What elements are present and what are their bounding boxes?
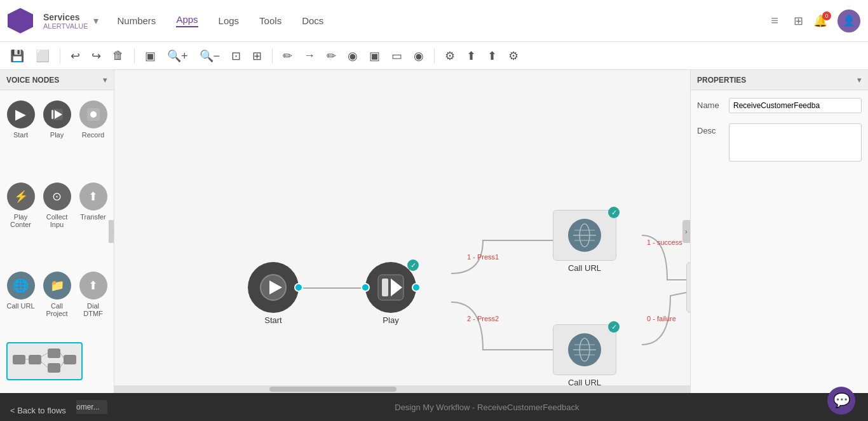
fit-button[interactable]: ⊡: [227, 46, 245, 66]
separator-4: [434, 48, 435, 64]
save-button[interactable]: 💾: [6, 46, 28, 66]
fill-button[interactable]: ◉: [344, 46, 362, 66]
zoom-out-button[interactable]: 🔍−: [196, 46, 224, 66]
redo-button[interactable]: ↪: [88, 46, 105, 66]
node-play-counter[interactable]: ⚡ Play Conter: [4, 179, 37, 266]
svg-rect-6: [29, 355, 41, 364]
nav-docs[interactable]: Docs: [302, 14, 323, 27]
voice-nodes-grid: ▶ Start Play Record ⚡: [0, 90, 114, 361]
shape2-button[interactable]: ▭: [388, 46, 406, 66]
draw-button[interactable]: ✏: [279, 46, 296, 66]
play-node-box[interactable]: ✓: [365, 262, 416, 313]
shape3-button[interactable]: ◉: [410, 46, 428, 66]
logo: [8, 8, 33, 34]
node-record[interactable]: Record: [76, 97, 110, 176]
call-url-1-box[interactable]: ✓: [553, 210, 616, 261]
left-panel: VOICE NODES ▾ ▶ Start Play: [0, 70, 114, 393]
collect-input-icon: ⊙: [43, 183, 71, 210]
grid-icon-button[interactable]: ⊞: [794, 14, 803, 28]
delete-button[interactable]: 🗑: [109, 46, 128, 65]
pen-button[interactable]: ✏: [323, 46, 340, 66]
properties-collapse-button[interactable]: ▾: [857, 75, 862, 85]
play-left-connector[interactable]: [361, 283, 370, 292]
panel-collapse-button[interactable]: ▾: [103, 75, 107, 85]
grid-toggle-button[interactable]: ⊞: [248, 46, 266, 66]
nav-numbers[interactable]: Numbers: [118, 14, 156, 27]
notification-button[interactable]: 🔔 0: [813, 14, 827, 28]
separator-1: [60, 48, 60, 64]
desc-label: Desc: [697, 123, 729, 135]
record-icon: [79, 100, 107, 128]
top-nav: Services ALERTVALUE ▾ Numbers Apps Logs …: [0, 0, 868, 42]
zoom-in-button[interactable]: 🔍+: [163, 46, 192, 66]
config-button[interactable]: ⚙: [505, 46, 522, 66]
hamburger-button[interactable]: ≡: [771, 13, 778, 28]
start-node[interactable]: Start: [248, 262, 299, 325]
call-url-1-node[interactable]: ✓ Call URL: [553, 210, 616, 273]
node-play-label: Play: [50, 131, 64, 139]
chat-button[interactable]: 💬: [827, 387, 855, 415]
play-node[interactable]: ✓ Play: [365, 262, 416, 325]
upload-button[interactable]: ⬆: [463, 46, 480, 66]
call-url-1-label: Call URL: [568, 263, 601, 273]
call-project-icon: 📁: [43, 272, 71, 300]
play-counter-icon: ⚡: [7, 183, 35, 210]
back-to-flows-bar: < Back to flows: [0, 399, 76, 421]
settings-button[interactable]: ⚙: [441, 46, 459, 66]
separator-3: [272, 48, 273, 64]
svg-rect-5: [13, 355, 25, 364]
canvas-scrollbar[interactable]: [114, 385, 690, 393]
svg-text:1 - Press1: 1 - Press1: [467, 253, 499, 261]
node-start[interactable]: ▶ Start: [4, 97, 37, 176]
svg-line-12: [41, 362, 48, 368]
start-icon: ▶: [7, 100, 35, 128]
play-right-connector[interactable]: [412, 283, 421, 292]
select-button[interactable]: ▣: [141, 46, 159, 66]
node-transfer-label: Transfer: [80, 213, 106, 221]
avatar[interactable]: 👤: [837, 10, 860, 32]
back-to-flows-text: < Back to flows: [10, 406, 66, 415]
undo-button[interactable]: ↩: [67, 46, 84, 66]
scrollbar-thumb[interactable]: [269, 387, 397, 392]
mini-map[interactable]: [6, 342, 83, 380]
export-button[interactable]: ⬆: [484, 46, 501, 66]
call-url-2-box[interactable]: ✓: [553, 324, 616, 375]
play-icon: [43, 100, 71, 128]
node-collect-input-label: Collect Inpu: [43, 213, 71, 228]
frame-button[interactable]: ⬜: [32, 46, 53, 66]
call-url-2-check: ✓: [608, 321, 620, 333]
call-url-2-node[interactable]: ✓ Call URL: [553, 324, 616, 387]
panel-right-collapse[interactable]: ›: [109, 220, 114, 243]
nav-tools[interactable]: Tools: [259, 14, 281, 27]
call-url-1-globe-icon: [568, 219, 601, 252]
name-input[interactable]: [729, 98, 862, 113]
nav-apps[interactable]: Apps: [176, 14, 198, 27]
svg-rect-24: [382, 279, 388, 296]
nav-links: Numbers Apps Logs Tools Docs: [118, 14, 771, 27]
node-dial-dtmf[interactable]: ⬆ Dial DTMF: [76, 268, 110, 355]
service-dropdown-button[interactable]: ▾: [93, 15, 98, 27]
back-to-flows-link[interactable]: < Back to flows: [10, 406, 66, 415]
arrow-button[interactable]: →: [300, 46, 319, 65]
start-node-box[interactable]: [248, 262, 299, 313]
nav-logs[interactable]: Logs: [219, 14, 240, 27]
right-panel-collapse-handle[interactable]: ›: [682, 220, 690, 243]
node-play-counter-label: Play Conter: [6, 213, 35, 228]
node-transfer[interactable]: ⬆ Transfer: [76, 179, 110, 266]
svg-text:2 - Press2: 2 - Press2: [467, 315, 499, 322]
call-url-2-globe-icon: [568, 333, 601, 366]
node-collect-input[interactable]: ⊙ Collect Inpu: [40, 179, 74, 266]
node-play[interactable]: Play: [40, 97, 74, 176]
svg-rect-8: [48, 363, 60, 373]
start-right-connector[interactable]: [294, 283, 303, 292]
shape1-button[interactable]: ▣: [365, 46, 384, 66]
main-area: VOICE NODES ▾ ▶ Start Play: [0, 70, 868, 393]
play-check-badge: ✓: [407, 259, 419, 271]
separator-2: [134, 48, 135, 64]
properties-body: Name Desc: [691, 90, 868, 179]
toolbar: 💾 ⬜ ↩ ↪ 🗑 ▣ 🔍+ 🔍− ⊡ ⊞ ✏ → ✏ ◉ ▣ ▭ ◉ ⚙ ⬆ …: [0, 42, 868, 70]
desc-textarea[interactable]: [729, 123, 862, 162]
node-record-label: Record: [82, 131, 104, 139]
properties-title: PROPERTIES: [697, 76, 746, 85]
canvas-area[interactable]: 1 - Press1 2 - Press2 1 - success 0 - fa…: [114, 70, 690, 393]
